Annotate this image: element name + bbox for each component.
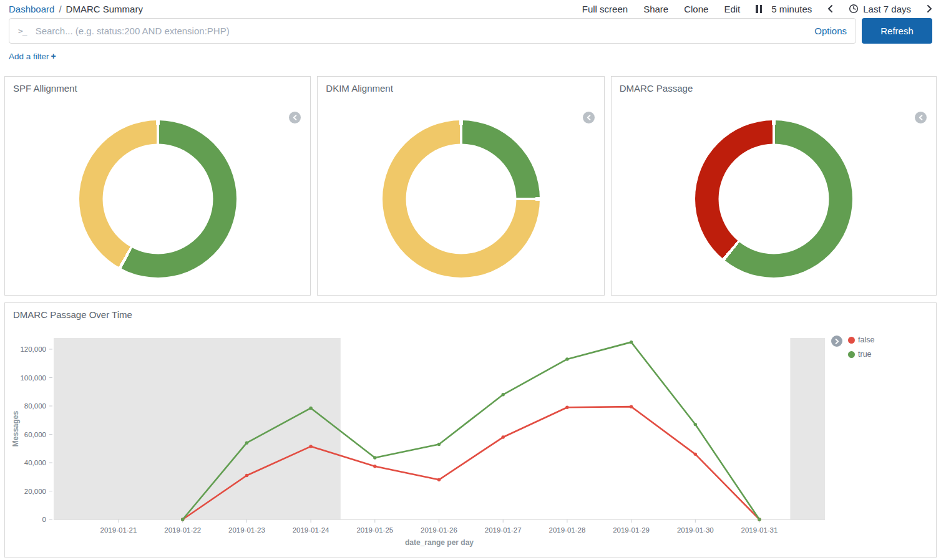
filter-bar: Add a filter+ xyxy=(9,51,932,64)
search-row: >_ Options Refresh xyxy=(9,18,932,44)
shaded-band xyxy=(790,338,825,519)
chevron-left-icon xyxy=(587,115,591,120)
panel-dmarc-passage-over-time: DMARC Passage Over Time 2019-01-212019-0… xyxy=(4,302,937,558)
series-point-true xyxy=(245,441,248,444)
panel-title: DKIM Alignment xyxy=(318,77,603,100)
legend-expand-toggle[interactable] xyxy=(831,336,842,347)
x-tick-label: 2019-01-27 xyxy=(485,526,522,534)
series-point-true xyxy=(630,340,633,344)
x-tick-label: 2019-01-31 xyxy=(741,526,778,534)
shaded-band xyxy=(54,338,341,519)
breadcrumb-current: DMARC Summary xyxy=(66,4,143,14)
line-chart[interactable]: 2019-01-212019-01-222019-01-232019-01-24… xyxy=(5,333,937,553)
time-range-label: Last 7 days xyxy=(863,4,911,14)
terminal-prompt-icon: >_ xyxy=(18,26,27,36)
refresh-button[interactable]: Refresh xyxy=(862,18,932,44)
chevron-left-icon xyxy=(919,115,923,120)
pie-panels-row: SPF Allignment DKIM Alignment DMARC Pass… xyxy=(4,76,937,296)
menu-item-share[interactable]: Share xyxy=(643,4,668,14)
series-point-false xyxy=(245,474,248,477)
series-point-true xyxy=(309,407,312,410)
legend-item-false[interactable]: false xyxy=(848,336,874,344)
x-tick-label: 2019-01-26 xyxy=(421,526,457,534)
y-tick-label: 120,000 xyxy=(20,345,46,353)
menu-item-edit[interactable]: Edit xyxy=(724,4,740,14)
panel-title: DMARC Passage Over Time xyxy=(5,303,936,326)
refresh-interval-value[interactable]: 5 minutes xyxy=(771,4,812,14)
search-input[interactable] xyxy=(34,25,807,37)
y-tick-label: 0 xyxy=(42,516,46,523)
series-point-false xyxy=(502,435,505,438)
panel-dmarc-passage: DMARC Passage xyxy=(611,76,937,296)
series-point-true xyxy=(758,518,761,521)
panel-title: SPF Allignment xyxy=(5,77,310,100)
series-point-false xyxy=(694,453,697,456)
legend-dot-false xyxy=(848,337,855,344)
donut-hole xyxy=(718,144,829,254)
panel-dkim-alignment: DKIM Alignment xyxy=(317,76,604,296)
donut-chart-dmarc[interactable] xyxy=(695,120,852,278)
legend-label-false: false xyxy=(858,336,874,344)
pause-icon[interactable] xyxy=(756,5,762,13)
series-point-true xyxy=(565,357,568,360)
chart-legend: false true xyxy=(831,336,874,359)
chevron-right-icon xyxy=(835,339,839,344)
menu-item-full-screen[interactable]: Full screen xyxy=(582,4,628,14)
x-tick-label: 2019-01-28 xyxy=(549,526,585,534)
y-axis-title: Messages xyxy=(11,410,20,447)
legend-collapse-toggle[interactable] xyxy=(915,112,927,123)
series-point-false xyxy=(565,406,568,409)
legend-collapse-toggle[interactable] xyxy=(583,112,595,123)
x-tick-label: 2019-01-24 xyxy=(293,526,329,534)
search-box: >_ Options xyxy=(9,18,856,44)
y-tick-label: 20,000 xyxy=(24,488,46,495)
series-point-false xyxy=(373,465,376,468)
donut-chart-spf[interactable] xyxy=(79,120,236,278)
legend-item-true[interactable]: true xyxy=(848,350,874,359)
plus-icon: + xyxy=(51,51,56,61)
y-tick-label: 40,000 xyxy=(24,459,46,466)
add-filter-link[interactable]: Add a filter+ xyxy=(9,52,56,61)
x-tick-label: 2019-01-25 xyxy=(356,526,393,534)
series-point-true xyxy=(694,423,697,426)
panel-title: DMARC Passage xyxy=(612,77,936,100)
donut-chart-dkim[interactable] xyxy=(383,120,540,278)
add-filter-label: Add a filter xyxy=(9,52,49,61)
top-menu: Full screen Share Clone Edit 5 minutes L… xyxy=(582,4,932,14)
clock-icon xyxy=(849,4,859,14)
donut-hole xyxy=(406,144,516,254)
donut-hole xyxy=(102,144,213,254)
series-point-true xyxy=(373,456,376,459)
legend-dot-true xyxy=(848,351,855,358)
legend-collapse-toggle[interactable] xyxy=(289,112,301,123)
legend-label-true: true xyxy=(858,350,872,359)
series-point-true xyxy=(437,443,441,446)
top-bar: Dashboard / DMARC Summary Full screen Sh… xyxy=(0,0,941,16)
chevron-right-icon xyxy=(927,4,932,13)
time-range-picker[interactable]: Last 7 days xyxy=(849,4,911,14)
series-point-false xyxy=(309,445,312,448)
series-point-true xyxy=(181,518,184,521)
x-tick-label: 2019-01-23 xyxy=(228,526,265,534)
breadcrumb-dashboard-link[interactable]: Dashboard xyxy=(9,4,54,14)
y-tick-label: 100,000 xyxy=(20,374,46,382)
time-prev-button[interactable] xyxy=(827,4,833,13)
series-point-false xyxy=(630,405,633,408)
breadcrumb-separator: / xyxy=(59,4,61,14)
chevron-left-icon xyxy=(293,115,297,120)
x-tick-label: 2019-01-22 xyxy=(164,526,201,534)
x-axis-title: date_range per day xyxy=(405,538,474,547)
x-tick-label: 2019-01-30 xyxy=(677,526,714,534)
series-point-true xyxy=(502,393,505,396)
y-tick-label: 60,000 xyxy=(24,431,46,438)
chevron-left-icon xyxy=(827,4,833,13)
time-next-button[interactable] xyxy=(927,4,932,13)
panel-spf-alignment: SPF Allignment xyxy=(4,76,311,296)
breadcrumb: Dashboard / DMARC Summary xyxy=(9,4,143,14)
series-point-false xyxy=(437,478,441,481)
menu-item-clone[interactable]: Clone xyxy=(684,4,708,14)
x-tick-label: 2019-01-21 xyxy=(100,526,137,534)
search-options-link[interactable]: Options xyxy=(807,26,847,36)
x-tick-label: 2019-01-29 xyxy=(613,526,650,534)
y-tick-label: 80,000 xyxy=(24,402,46,410)
